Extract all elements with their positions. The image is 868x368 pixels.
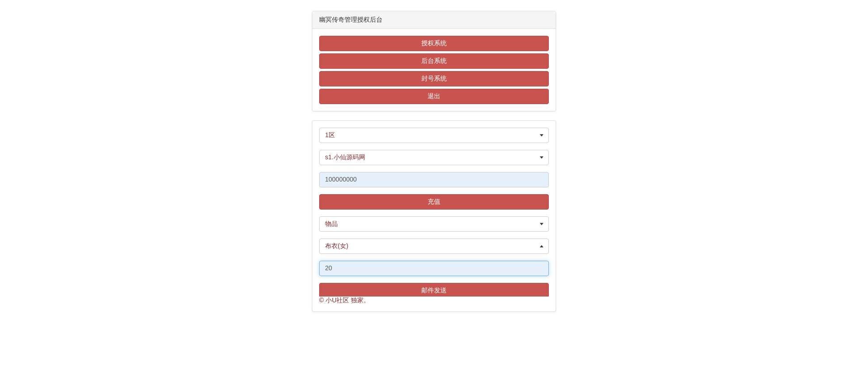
caret-down-icon [540, 156, 543, 158]
nav-panel: 幽冥传奇管理授权后台 授权系统 后台系统 封号系统 退出 [312, 11, 556, 111]
mail-item-select-value: 布衣(女) [319, 239, 549, 254]
server-select-value: s1.小仙源码网 [319, 150, 549, 165]
caret-down-icon [540, 223, 543, 225]
mail-send-button[interactable]: 邮件发送 [319, 283, 549, 296]
server-select[interactable]: s1.小仙源码网 [319, 150, 549, 165]
mail-item-select[interactable]: 布衣(女) [319, 239, 549, 254]
recharge-amount-input[interactable] [319, 172, 549, 187]
zone-select[interactable]: 1区 [319, 128, 549, 143]
backend-system-button[interactable]: 后台系统 [319, 53, 549, 69]
mail-quantity-input[interactable] [319, 261, 549, 276]
caret-up-icon [540, 245, 543, 247]
recharge-button[interactable]: 充值 [319, 194, 549, 210]
authorize-system-button[interactable]: 授权系统 [319, 36, 549, 51]
action-panel: 1区 s1.小仙源码网 充值 物品 布衣(女) [312, 120, 556, 312]
zone-select-value: 1区 [319, 128, 549, 143]
mail-type-select-value: 物品 [319, 216, 549, 232]
ban-system-button[interactable]: 封号系统 [319, 71, 549, 86]
caret-down-icon [540, 134, 543, 136]
panel-title: 幽冥传奇管理授权后台 [312, 11, 556, 29]
mail-type-select[interactable]: 物品 [319, 216, 549, 232]
logout-button[interactable]: 退出 [319, 89, 549, 104]
footer-text: © 小U社区 独家。 [312, 296, 556, 311]
